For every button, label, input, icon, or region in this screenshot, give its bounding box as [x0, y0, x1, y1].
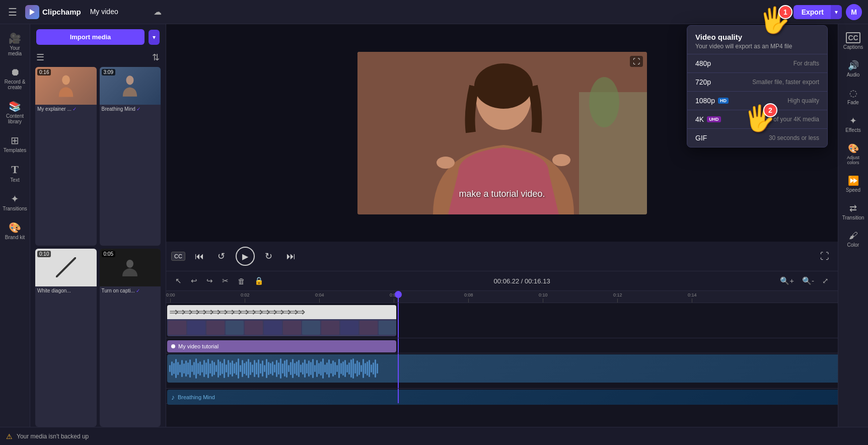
quality-option-gif[interactable]: GIF 30 seconds or less	[687, 129, 827, 147]
your-media-icon: 🎥	[9, 32, 21, 44]
media-panel-header: Import media ▾	[30, 24, 166, 50]
ruler-tick: 0:00	[166, 292, 175, 303]
redo-button[interactable]: ↪	[203, 274, 216, 287]
menu-icon[interactable]: ☰	[6, 4, 19, 20]
media-label: Turn on capti... ✓	[100, 286, 161, 295]
ruler-tick: 0:10	[539, 292, 548, 303]
rewind-button[interactable]: ↺	[213, 248, 230, 264]
video-title-input[interactable]	[87, 7, 148, 17]
media-name: Breathing Mind	[102, 106, 135, 112]
frame-thumb	[359, 321, 378, 335]
media-name: My explainer ...	[37, 106, 71, 112]
avatar[interactable]: M	[846, 4, 862, 20]
media-thumbnail: 0:10	[35, 249, 97, 286]
frame-thumb	[283, 321, 301, 335]
frame-thumb	[379, 321, 396, 335]
right-panel-color[interactable]: 🖌 Color	[840, 227, 867, 252]
sidebar-item-brand-kit[interactable]: 🎨 Brand kit	[2, 217, 28, 244]
export-dropdown-header: Video quality Your video will export as …	[687, 26, 827, 54]
check-icon: ✓	[73, 106, 77, 112]
media-item[interactable]: 3:09 Breathing Mind ✓	[100, 67, 161, 246]
svg-point-10	[589, 77, 619, 127]
sort-icon[interactable]: ⇅	[152, 52, 160, 63]
quality-option-1080p[interactable]: 1080p HD High quality	[687, 92, 827, 110]
right-panel-adjust-colors[interactable]: 🎨 Adjust colors	[840, 139, 867, 169]
delete-button[interactable]: 🗑	[235, 275, 248, 287]
lock-button[interactable]: 🔒	[251, 274, 267, 287]
sidebar-item-your-media[interactable]: 🎥 Your media	[2, 28, 28, 60]
forward-button[interactable]: ↻	[261, 248, 277, 264]
zoom-in-button[interactable]: 🔍+	[777, 274, 797, 287]
playback-controls: CC ⏮ ↺ ▶ ↻ ⏭ ⛶	[166, 242, 838, 271]
sidebar-item-content-library[interactable]: 📚 Content library	[2, 96, 28, 128]
check-icon: ✓	[136, 288, 140, 293]
import-media-dropdown-button[interactable]: ▾	[149, 30, 160, 45]
media-item[interactable]: 0:10 White diagon...	[35, 249, 97, 427]
export-dropdown-button[interactable]: ▾	[831, 5, 842, 19]
playhead-caption-track	[398, 338, 399, 353]
media-toolbar: ☰ ⇅	[30, 50, 166, 67]
media-thumbnail: 0:16	[35, 67, 97, 105]
topbar: ☰ Clipchamp ☁ ? Export ▾ M	[0, 0, 868, 24]
skip-to-end-button[interactable]: ⏭	[283, 248, 299, 264]
right-panel-fade[interactable]: ◌ Fade	[840, 84, 867, 109]
export-button[interactable]: Export	[793, 5, 832, 19]
svg-point-11	[437, 157, 455, 169]
sidebar-item-text[interactable]: T Text	[2, 159, 28, 187]
media-item[interactable]: 0:16 My explainer ... ✓	[35, 67, 97, 246]
media-label: White diagon...	[35, 286, 97, 295]
quality-option-480p[interactable]: 480p For drafts	[687, 54, 827, 73]
svg-point-1	[62, 75, 70, 85]
quality-description: 30 seconds or less	[769, 134, 819, 141]
video-clip[interactable]: ⇒⇒⇒⇒⇒⇒⇒⇒⇒⇒⇒⇒⇒⇒⇒⇒⇒⇒⇒	[167, 305, 396, 336]
brand-kit-icon: 🎨	[9, 221, 21, 234]
music-clip[interactable]: ♪ Breathing Mind	[167, 390, 838, 405]
playhead[interactable]	[398, 291, 399, 303]
uhd-badge: UHD	[707, 116, 721, 122]
quality-description: High quality	[787, 97, 819, 104]
timeline-time-display: 00:06.22 / 00:16.13	[270, 277, 774, 285]
right-panel-audio[interactable]: 🔊 Audio	[840, 56, 867, 82]
timeline-tracks[interactable]: 0:00 0:02 0:04	[166, 291, 838, 427]
expand-button[interactable]: ⛶	[817, 248, 833, 264]
right-panel-speed[interactable]: ⏩ Speed	[840, 171, 867, 197]
split-tool-button[interactable]: ✂	[219, 274, 232, 287]
sidebar-item-templates[interactable]: ⊞ Templates	[2, 130, 28, 157]
import-media-button[interactable]: Import media	[36, 29, 144, 45]
export-dropdown-subtitle: Your video will export as an MP4 file	[695, 43, 819, 50]
ruler-tick: 0:02	[241, 292, 250, 303]
caption-clip[interactable]: My video tutorial	[167, 340, 396, 352]
select-tool-button[interactable]: ↖	[172, 274, 185, 287]
audio-clip[interactable]	[167, 354, 838, 383]
media-thumbnail: 0:05	[100, 249, 161, 286]
playhead-track	[398, 303, 399, 338]
fullscreen-button[interactable]: ⛶	[630, 56, 643, 67]
captions-toggle-button[interactable]: CC	[171, 252, 185, 261]
timeline-zoom: 🔍+ 🔍- ⤢	[777, 274, 832, 287]
right-panel-transition[interactable]: ⇄ Transition	[840, 199, 867, 225]
quality-option-4k[interactable]: 4K UHD Most of your 4K media	[687, 110, 827, 129]
skip-to-start-button[interactable]: ⏮	[191, 248, 207, 264]
fit-timeline-button[interactable]: ⤢	[819, 274, 832, 287]
media-item[interactable]: 0:05 Turn on capti... ✓	[100, 249, 161, 427]
filter-icon[interactable]: ☰	[36, 52, 44, 63]
playhead-handle[interactable]	[395, 291, 402, 298]
right-panel: CC Captions 🔊 Audio ◌ Fade ✦ Effects 🎨 A…	[838, 24, 868, 427]
frame-thumb	[302, 321, 320, 335]
quality-option-720p[interactable]: 720p Smaller file, faster export	[687, 73, 827, 92]
right-panel-captions[interactable]: CC Captions	[840, 28, 867, 54]
video-caption: make a tutorial video.	[459, 189, 545, 199]
sidebar-item-record[interactable]: ⏺ Record & create	[2, 62, 28, 94]
play-button[interactable]: ▶	[236, 247, 255, 266]
zoom-out-button[interactable]: 🔍-	[799, 274, 817, 287]
help-button[interactable]: ?	[773, 4, 789, 20]
media-label: My explainer ... ✓	[35, 105, 97, 113]
right-panel-effects[interactable]: ✦ Effects	[840, 111, 867, 137]
sidebar-item-transitions[interactable]: ✦ Transitions	[2, 189, 28, 215]
caption-clip-label: My video tutorial	[178, 343, 219, 349]
undo-button[interactable]: ↩	[188, 274, 200, 287]
music-clip-label: Breathing Mind	[178, 394, 215, 400]
sidebar-item-label: Transitions	[3, 206, 27, 211]
timeline-content: 0:00 0:02 0:04	[166, 291, 838, 427]
content-library-icon: 📚	[9, 100, 21, 112]
